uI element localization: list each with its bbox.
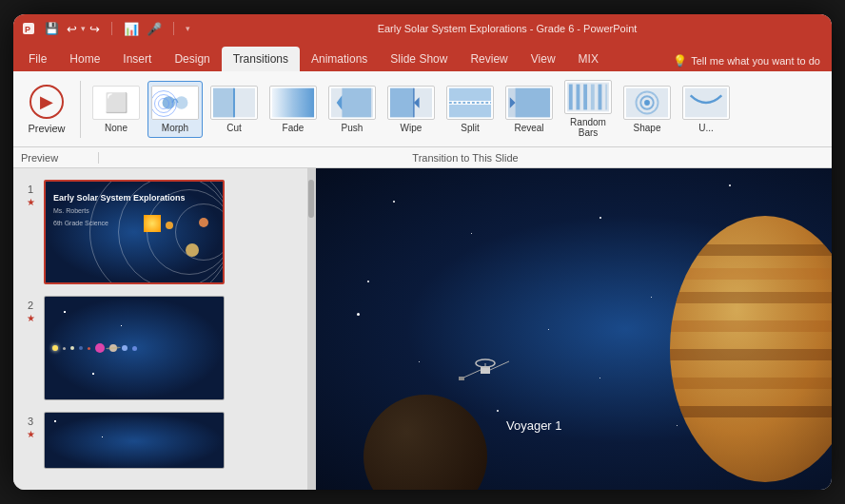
svg-rect-26 <box>599 85 602 110</box>
transition-push-label: Push <box>342 123 364 133</box>
uranus-2 <box>122 345 128 351</box>
preview-play-icon: ▶ <box>29 85 64 119</box>
transition-reveal[interactable]: Reveal <box>501 82 557 137</box>
jupiter-2 <box>95 343 105 353</box>
main-area: 1 ★ <box>13 168 832 490</box>
mars-2 <box>88 347 90 350</box>
transition-reveal-icon <box>505 86 553 120</box>
star-8 <box>651 297 652 298</box>
svg-rect-6 <box>213 87 234 117</box>
planet-band-5 <box>670 349 832 360</box>
undo-redo-group: ↩ ▾ ↪ <box>67 22 100 36</box>
star-6 <box>419 361 420 362</box>
tab-file[interactable]: File <box>17 47 58 71</box>
planet-band-6 <box>670 378 832 389</box>
morph-ripple-3 <box>151 90 177 117</box>
transition-fade-label: Fade <box>283 123 305 133</box>
venus-2 <box>70 346 74 350</box>
transition-randombars[interactable]: Random Bars <box>560 76 616 142</box>
planet-band-1 <box>670 244 832 256</box>
section-header-preview-label: Preview <box>21 152 99 164</box>
slide-3-thumb[interactable] <box>44 412 225 469</box>
tab-home[interactable]: Home <box>58 47 111 71</box>
rtg <box>459 377 464 380</box>
transition-push[interactable]: Push <box>324 82 380 137</box>
voyager-label-text: Voyager 1 <box>506 418 562 433</box>
svg-text:P: P <box>25 25 30 34</box>
transition-none[interactable]: ⬜ None <box>88 82 144 137</box>
star-13 <box>357 313 360 316</box>
transition-wipe-label: Wipe <box>401 123 422 133</box>
star-5 <box>599 217 601 219</box>
transition-shape[interactable]: Shape <box>619 82 675 137</box>
preview-label: Preview <box>28 123 65 134</box>
transition-cut[interactable]: Cut <box>206 82 262 137</box>
svg-rect-16 <box>449 104 491 116</box>
slide-item-3[interactable]: 3 ★ <box>17 408 311 473</box>
title-bar-title: Early Solar System Explorations - Grade … <box>190 23 824 34</box>
transition-split-label: Split <box>461 123 479 133</box>
transition-split-icon <box>446 86 494 120</box>
neptune-2 <box>132 346 137 351</box>
save-icon[interactable]: 💾 <box>44 21 59 36</box>
tab-review[interactable]: Review <box>459 47 519 71</box>
svg-rect-9 <box>342 87 371 117</box>
transition-more[interactable]: U... <box>678 82 734 137</box>
svg-rect-12 <box>390 87 414 117</box>
transition-fade[interactable]: Fade <box>265 82 321 137</box>
transition-morph[interactable]: Morph <box>147 81 203 138</box>
slide-item-2[interactable]: 2 ★ <box>17 292 311 404</box>
star-3 <box>367 281 369 282</box>
slide-1-subtitle1: Ms. Roberts <box>53 206 186 216</box>
slide-2-thumb[interactable] <box>44 296 225 400</box>
transition-shape-icon <box>623 86 671 120</box>
transition-more-icon <box>682 86 730 120</box>
slide-1-thumb[interactable]: Early Solar System Explorations Ms. Robe… <box>44 180 225 284</box>
svg-point-31 <box>644 100 650 106</box>
tab-insert[interactable]: Insert <box>111 47 163 71</box>
mic-icon[interactable]: 🎤 <box>147 22 162 36</box>
redo-icon[interactable]: ↪ <box>89 22 100 36</box>
tab-slideshow[interactable]: Slide Show <box>379 47 459 71</box>
search-box[interactable]: 💡 Tell me what you want to do <box>673 54 820 68</box>
transition-none-label: None <box>105 123 128 133</box>
none-x-icon: ⬜ <box>105 91 128 114</box>
search-label[interactable]: Tell me what you want to do <box>691 55 820 67</box>
present-icon[interactable]: 📊 <box>124 22 139 36</box>
star-s2-1 <box>64 311 66 313</box>
slide-item-1[interactable]: 1 ★ <box>17 176 311 288</box>
preview-button[interactable]: ▶ Preview <box>21 78 72 141</box>
svg-rect-21 <box>567 83 609 112</box>
tab-view[interactable]: View <box>520 47 567 71</box>
transition-more-label: U... <box>698 123 714 133</box>
star-10 <box>677 425 678 426</box>
undo-dropdown[interactable]: ▾ <box>81 24 86 33</box>
device-frame: P 💾 ↩ ▾ ↪ 📊 🎤 ▾ Early Solar System Explo… <box>13 14 832 490</box>
tab-mix[interactable]: MIX <box>567 47 610 71</box>
powerpoint-window: P 💾 ↩ ▾ ↪ 📊 🎤 ▾ Early Solar System Explo… <box>13 14 832 490</box>
mercury-2 <box>63 347 66 350</box>
transition-cut-icon <box>210 86 258 120</box>
slide-3-number: 3 <box>28 416 33 427</box>
undo-icon[interactable]: ↩ <box>67 22 77 36</box>
powerpoint-logo-icon: P <box>21 21 36 36</box>
slide-1-title: Early Solar System Explorations <box>53 193 186 204</box>
slide-scrollbar-thumb[interactable] <box>308 180 314 218</box>
section-headers: Preview Transition to This Slide <box>13 147 832 168</box>
svg-rect-24 <box>583 85 587 110</box>
transition-split[interactable]: Split <box>442 82 498 137</box>
transition-morph-label: Morph <box>162 123 188 133</box>
slide-scrollbar[interactable] <box>307 168 315 490</box>
transition-morph-icon <box>151 86 199 120</box>
star-1 <box>393 201 395 203</box>
slide-1-subtitle2: 6th Grade Science <box>53 219 186 228</box>
tab-transitions[interactable]: Transitions <box>222 47 300 71</box>
slide-3-number-area: 3 ★ <box>21 412 40 439</box>
slide-3-star: ★ <box>27 429 35 439</box>
saturn-ring <box>106 346 121 349</box>
star-s2-2 <box>121 325 122 326</box>
tab-animations[interactable]: Animations <box>300 47 379 71</box>
transition-wipe[interactable]: Wipe <box>383 82 439 137</box>
ribbon-tabs: File Home Insert Design Transitions Anim… <box>13 43 832 71</box>
tab-design[interactable]: Design <box>163 47 221 71</box>
